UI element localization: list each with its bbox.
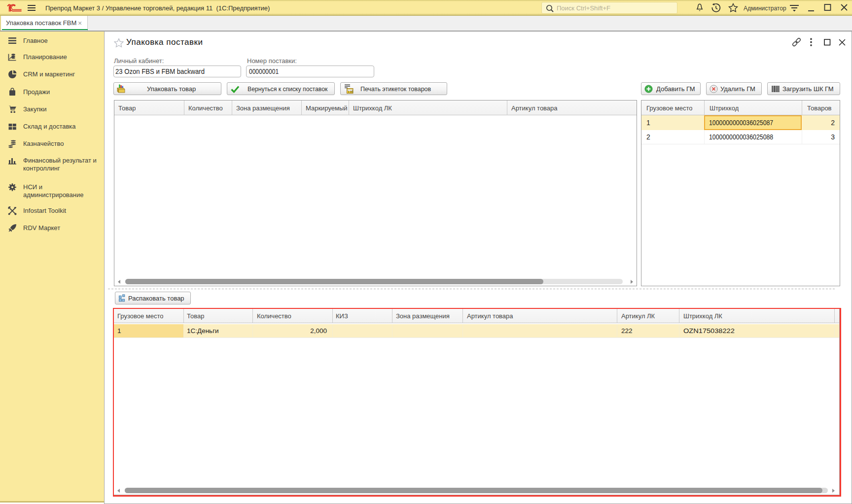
svg-text:1.10: 1.10 [348, 90, 353, 93]
